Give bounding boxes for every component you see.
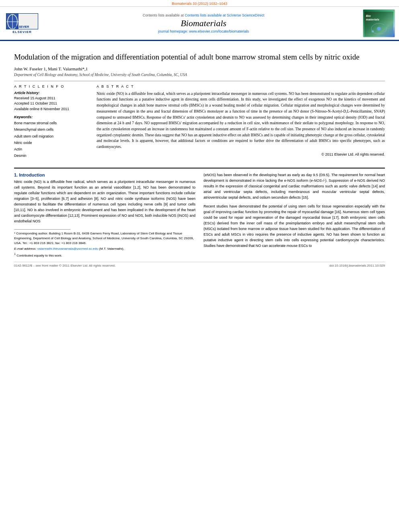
corresponding-note: * Corresponding author. Building 1 Room … [14, 231, 195, 246]
section-heading: Introduction [19, 173, 45, 177]
body-divider [14, 168, 385, 168]
footnotes: * Corresponding author. Building 1 Room … [14, 231, 195, 258]
elsevier-wordmark: ELSEVIER [12, 30, 32, 34]
keywords-section: Keywords: Bone marrow stromal cells Mese… [14, 115, 88, 159]
equal-contribution-note: 1 Contributed equally to this work. [14, 252, 195, 258]
sciverse-link[interactable]: Contents lists available at SciVerse Sci… [185, 13, 264, 17]
author-affiliation: Department of Cell Biology and Anatomy, … [14, 73, 385, 77]
intro-title: 1. Introduction [14, 173, 195, 177]
keywords-label: Keywords: [14, 115, 88, 119]
journal-citation-banner: Biomaterials 33 (2012) 1032–1043 [0, 0, 399, 7]
citation-text: Biomaterials 33 (2012) 1032–1043 [172, 2, 227, 6]
email-note: E-mail address: valarmathi.thiruvanamala… [14, 246, 195, 251]
sciverse-prefix: Contents lists available at [143, 13, 185, 17]
keywords-list: Bone marrow stromal cells Mesenchymal st… [14, 120, 88, 159]
abstract-header: A B S T R A C T [97, 84, 385, 88]
keyword-item: Adult stem cell migration [14, 133, 88, 140]
authors: John W. Fuseler 1, Mani T. Valarmathi*,1 [14, 66, 385, 71]
accepted-date: Accepted 11 October 2011 [14, 101, 88, 107]
svg-text:Bio: Bio [366, 14, 371, 18]
intro-left-text: Nitric oxide (NO) is a diffusible free r… [14, 179, 195, 224]
intro-right-text-2: Recent studies have demonstrated the pot… [204, 204, 385, 249]
svg-point-9 [377, 27, 380, 31]
keyword-item: Actin [14, 146, 88, 152]
journal-center-header: Contents lists available at Contents lis… [44, 13, 363, 33]
header-divider [14, 81, 385, 81]
received-date: Received 15 August 2011 [14, 96, 88, 101]
copyright: © 2011 Elsevier Ltd. All rights reserved… [97, 152, 385, 156]
article-title: Modulation of the migration and differen… [14, 52, 385, 62]
keyword-item: Mesenchymal stem cells [14, 126, 88, 133]
svg-text:materials: materials [366, 18, 379, 21]
available-date: Available online 8 November 2011 [14, 107, 88, 112]
footnote-divider [14, 229, 70, 230]
intro-right-text: (eNOS) has been observed in the developi… [204, 173, 385, 201]
body-left-col: 1. Introduction Nitric oxide (NO) is a d… [14, 173, 195, 258]
biomaterials-logo: Bio materials [363, 9, 395, 37]
email-link[interactable]: valarmathi.thiruvanamala@uscmed.sc.edu [37, 247, 98, 251]
article-history: Article history: Received 15 August 2011… [14, 91, 88, 112]
main-content: Modulation of the migration and differen… [0, 41, 399, 273]
svg-point-11 [372, 30, 374, 33]
sciverse-line: Contents lists available at Contents lis… [44, 13, 363, 17]
history-label: Article history: [14, 91, 88, 95]
journal-name: Biomaterials [44, 18, 363, 29]
elsevier-logo-block: ELSEVIER [4, 13, 40, 34]
body-section: 1. Introduction Nitric oxide (NO) is a d… [14, 173, 385, 258]
journal-homepage: journal homepage: www.elsevier.com/locat… [44, 29, 363, 33]
abstract-text: Nitric oxide (NO) is a diffusible free r… [97, 91, 385, 150]
bottom-bar: 0142-9612/$ – see front matter © 2011 El… [14, 262, 385, 267]
svg-point-10 [384, 25, 387, 28]
article-info-col: A R T I C L E I N F O Article history: R… [14, 84, 88, 162]
keyword-item: Desmin [14, 152, 88, 159]
copyright-bottom: 0142-9612/$ – see front matter © 2011 El… [14, 264, 115, 267]
abstract-col: A B S T R A C T Nitric oxide (NO) is a d… [97, 84, 385, 162]
keyword-item: Nitric oxide [14, 140, 88, 146]
doi-text: doi:10.1016/j.biomaterials.2011.10.029 [329, 264, 385, 267]
elsevier-graphic [6, 13, 38, 29]
body-right-col: (eNOS) has been observed in the developi… [204, 173, 385, 258]
article-info-abstract-section: A R T I C L E I N F O Article history: R… [14, 84, 385, 162]
journal-header: ELSEVIER Contents lists available at Con… [0, 7, 399, 41]
article-info-header: A R T I C L E I N F O [14, 84, 88, 88]
keyword-item: Bone marrow stromal cells [14, 120, 88, 126]
section-number: 1. [14, 173, 18, 177]
